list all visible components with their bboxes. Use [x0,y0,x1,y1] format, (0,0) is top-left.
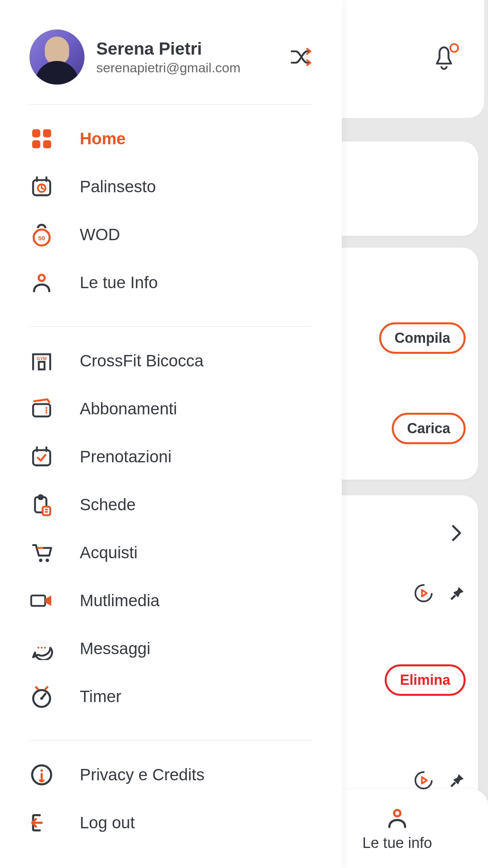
pin-icon[interactable] [449,585,466,603]
menu-item-home[interactable]: Home [29,115,312,163]
info-icon [29,763,54,787]
svg-point-43 [40,769,43,772]
play-icon[interactable] [414,771,433,792]
media-row-actions [414,583,466,605]
menu-item-palinsesto[interactable]: Palinsesto [29,163,312,211]
side-drawer: Serena Pietri serenapietri@gmail.com Hom… [0,0,342,868]
svg-rect-6 [43,129,51,138]
svg-rect-27 [42,507,50,515]
svg-point-35 [41,647,43,649]
menu-label: Home [80,129,126,148]
menu-label: Schede [80,495,136,514]
svg-point-2 [415,772,432,789]
play-icon[interactable] [414,583,433,605]
menu-group-1: Home Palinsesto 50 WOD Le tue Info [29,115,312,307]
divider [29,740,312,741]
svg-rect-33 [31,596,45,606]
menu-item-timer[interactable]: Timer [29,673,312,721]
menu-label: Timer [80,687,121,706]
svg-line-1 [451,595,455,600]
menu-item-prenotazioni[interactable]: Prenotazioni [29,433,312,481]
menu-item-crossfit[interactable]: GYM CrossFit Bicocca [29,337,312,385]
svg-text:GYM: GYM [37,356,46,361]
logout-icon [29,811,54,835]
svg-point-36 [44,647,46,649]
media-row-actions [414,771,466,792]
svg-text:50: 50 [38,235,45,241]
svg-line-38 [46,687,48,689]
svg-line-3 [451,782,455,787]
menu-item-wod[interactable]: 50 WOD [29,211,312,259]
menu-label: Le tue Info [80,273,158,292]
menu-label: Privacy e Credits [80,765,204,784]
wallet-icon [29,397,54,421]
pin-icon[interactable] [449,772,466,790]
menu-item-messaggi[interactable]: Messaggi [29,625,312,673]
menu-label: Log out [80,813,135,832]
menu-label: CrossFit Bicocca [80,351,204,370]
menu-group-3: Privacy e Credits Log out [29,751,312,847]
camera-icon [29,588,54,613]
menu-item-logout[interactable]: Log out [29,799,312,847]
divider [29,104,312,105]
gym-icon: GYM [29,349,54,373]
svg-point-0 [415,585,432,601]
svg-point-31 [39,559,42,562]
svg-rect-18 [33,404,50,416]
stopwatch-icon [29,684,54,709]
profile-text: Serena Pietri serenapietri@gmail.com [96,39,240,75]
svg-point-4 [394,810,400,816]
menu-item-acquisti[interactable]: Acquisti [29,529,312,577]
shuffle-icon [290,47,311,67]
profile-email: serenapietri@gmail.com [96,60,240,75]
profile-header[interactable]: Serena Pietri serenapietri@gmail.com [29,29,312,85]
grid-icon [29,127,54,151]
clipboard-icon [29,493,54,517]
svg-point-34 [37,647,39,649]
menu-label: Messaggi [80,639,150,658]
menu-label: Prenotazioni [80,447,171,466]
menu-label: Palinsesto [80,177,156,196]
avatar[interactable] [29,29,84,85]
menu-item-schede[interactable]: Schede [29,481,312,529]
svg-point-41 [40,697,43,700]
svg-point-15 [39,275,44,281]
notification-dot-icon [449,43,459,53]
chat-icon [29,636,54,661]
kettlebell-icon: 50 [29,223,54,247]
menu-item-letueinfo[interactable]: Le tue Info [29,259,312,307]
calendar-clock-icon [29,175,54,199]
menu-label: Abbonamenti [80,399,177,418]
svg-rect-16 [39,362,45,369]
main-content: Compila Carica Elimina Le tu [342,0,488,868]
menu-group-2: GYM CrossFit Bicocca Abbonamenti Prenota… [29,337,312,721]
svg-rect-7 [32,140,40,149]
svg-rect-22 [33,450,50,465]
menu-label: Mutlimedia [80,591,160,610]
menu-item-abbonamenti[interactable]: Abbonamenti [29,385,312,433]
svg-rect-8 [43,140,51,149]
svg-line-37 [36,687,38,689]
elimina-button[interactable]: Elimina [385,664,466,696]
svg-point-32 [46,559,49,562]
notifications-button[interactable] [433,46,457,72]
menu-label: Acquisti [80,543,138,562]
carica-button[interactable]: Carica [392,413,466,444]
person-icon [385,806,409,831]
menu-item-privacy[interactable]: Privacy e Credits [29,751,312,799]
cart-icon [29,541,54,565]
svg-rect-5 [32,129,40,138]
menu-item-multimedia[interactable]: Mutlimedia [29,577,312,625]
shuffle-button[interactable] [289,45,312,69]
profile-name: Serena Pietri [96,39,240,59]
divider [29,326,312,327]
compila-button[interactable]: Compila [379,322,466,354]
person-icon [29,270,54,295]
chevron-right-icon[interactable] [451,524,464,544]
menu-label: WOD [80,225,120,244]
calendar-check-icon [29,445,54,469]
bottom-nav-label: Le tue info [362,835,432,851]
